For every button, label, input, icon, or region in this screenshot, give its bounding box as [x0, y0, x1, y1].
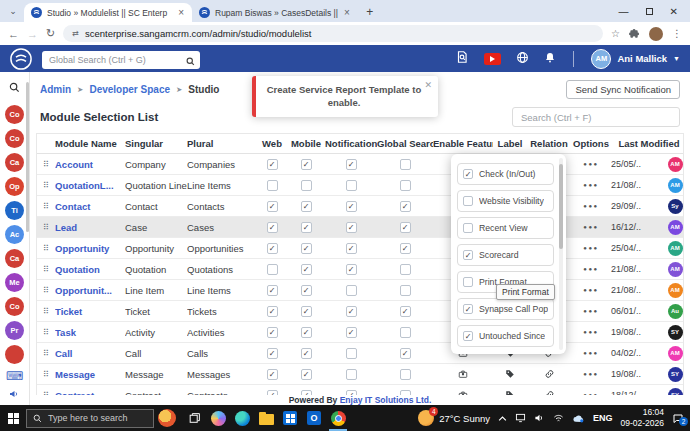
notification-checkbox[interactable] [346, 306, 357, 317]
drag-handle-icon[interactable]: ⠿ [37, 202, 55, 211]
web-checkbox[interactable] [267, 180, 278, 191]
feature-checkbox[interactable] [463, 250, 473, 260]
options-menu-icon[interactable]: ●●● [571, 182, 611, 188]
language-indicator[interactable]: ENG [593, 413, 613, 423]
notification-checkbox[interactable] [346, 285, 357, 296]
tab-close-icon[interactable]: × [343, 7, 351, 18]
notification-checkbox[interactable] [346, 159, 357, 170]
module-name-link[interactable]: Ticket [55, 306, 125, 317]
table-search-input[interactable] [512, 107, 680, 127]
sidebar-module-icon[interactable]: Co [5, 297, 24, 316]
module-name-link[interactable]: Contact [55, 201, 125, 212]
web-checkbox[interactable] [267, 369, 278, 380]
module-name-link[interactable]: Lead [55, 222, 125, 233]
tray-volume-icon[interactable] [534, 413, 545, 423]
tray-chevron-up-icon[interactable] [498, 415, 507, 422]
drag-handle-icon[interactable]: ⠿ [37, 349, 55, 358]
web-checkbox[interactable] [267, 243, 278, 254]
notification-checkbox[interactable] [346, 222, 357, 233]
table-row[interactable]: ⠿ Lead Case Cases ●●● 16/12/.. AM [37, 217, 683, 238]
url-field[interactable]: ⇄ scenterprise.sangamcrm.com/admin/studi… [63, 25, 603, 42]
options-menu-icon[interactable]: ●●● [571, 350, 611, 356]
relation-icon[interactable] [527, 369, 571, 379]
global-search-checkbox[interactable] [400, 159, 411, 170]
send-sync-notification-button[interactable]: Send Sync Notification [566, 80, 680, 99]
close-icon[interactable]: ✕ [670, 6, 678, 17]
label-icon[interactable] [493, 369, 527, 379]
mobile-checkbox[interactable] [301, 159, 312, 170]
feature-option[interactable]: Website Visibility [457, 190, 554, 212]
back-icon[interactable]: ← [8, 28, 19, 40]
global-search-checkbox[interactable] [400, 264, 411, 275]
drag-handle-icon[interactable]: ⠿ [37, 307, 55, 316]
breadcrumb-developer-space[interactable]: Developer Space [89, 84, 170, 95]
breadcrumb-admin[interactable]: Admin [40, 84, 71, 95]
sidebar-module-icon[interactable]: Op [5, 177, 24, 196]
table-row[interactable]: ⠿ Message Message Messages ●●● 19/08/.. … [37, 364, 683, 385]
keyboard-icon[interactable]: ⌨ [6, 369, 23, 383]
options-menu-icon[interactable]: ●●● [571, 371, 611, 377]
tab-close-icon[interactable]: × [177, 7, 185, 18]
web-checkbox[interactable] [267, 348, 278, 359]
notification-center-icon[interactable]: 2 [672, 413, 684, 424]
taskbar-search-box[interactable]: Type here to search [26, 409, 154, 428]
feature-checkbox[interactable] [463, 304, 473, 314]
tray-network-icon[interactable] [553, 413, 564, 423]
web-checkbox[interactable] [267, 285, 278, 296]
start-button[interactable] [0, 405, 26, 431]
drag-handle-icon[interactable]: ⠿ [37, 265, 55, 274]
module-name-link[interactable]: QuotationL... [55, 180, 125, 191]
report-preview-icon[interactable] [455, 50, 469, 68]
task-view-icon[interactable] [182, 405, 206, 431]
clock[interactable]: 16:04 09-02-2026 [621, 407, 664, 428]
table-row[interactable]: ⠿ Ticket Ticket Tickets ●●● 06/01/.. Au [37, 301, 683, 322]
table-row[interactable]: ⠿ Opportunit... Line Item Line Items ●●●… [37, 280, 683, 301]
mobile-checkbox[interactable] [301, 180, 312, 191]
bell-icon[interactable] [544, 50, 556, 68]
module-name-link[interactable]: Message [55, 369, 125, 380]
table-row[interactable]: ⠿ Task Activity Activities ●●● 19/08/.. … [37, 322, 683, 343]
microsoft-store-icon[interactable] [278, 405, 302, 431]
notification-checkbox[interactable] [346, 348, 357, 359]
global-search-checkbox[interactable] [400, 222, 411, 233]
table-row[interactable]: ⠿ QuotationL... Quotation Line ... Line … [37, 175, 683, 196]
mobile-checkbox[interactable] [301, 369, 312, 380]
feature-checkbox[interactable] [463, 331, 473, 341]
module-name-link[interactable]: Call [55, 348, 125, 359]
enable-features-icon[interactable] [433, 369, 493, 379]
options-menu-icon[interactable]: ●●● [571, 224, 611, 230]
drag-handle-icon[interactable]: ⠿ [37, 286, 55, 295]
feature-option[interactable]: Recent View [457, 217, 554, 239]
drag-handle-icon[interactable]: ⠿ [37, 181, 55, 190]
extensions-icon[interactable] [629, 25, 640, 43]
module-name-link[interactable]: Task [55, 327, 125, 338]
feature-option[interactable]: Untouched Since [457, 325, 554, 347]
options-menu-icon[interactable]: ●●● [571, 161, 611, 167]
web-checkbox[interactable] [267, 201, 278, 212]
table-row[interactable]: ⠿ Contact Contact Contacts ●●● 29/09/.. … [37, 196, 683, 217]
mobile-checkbox[interactable] [301, 243, 312, 254]
browser-menu-icon[interactable]: ⋮ [672, 28, 682, 39]
global-search-checkbox[interactable] [400, 243, 411, 254]
table-row[interactable]: ⠿ Quotation Quotation Quotations ●●● 21/… [37, 259, 683, 280]
browser-tab-active[interactable]: Studio » Modulelist || SC Enterp × [24, 3, 192, 22]
options-menu-icon[interactable]: ●●● [571, 245, 611, 251]
mobile-checkbox[interactable] [301, 306, 312, 317]
options-menu-icon[interactable]: ●●● [571, 287, 611, 293]
global-search-checkbox[interactable] [400, 180, 411, 191]
sidebar-module-icon[interactable]: Me [5, 273, 24, 292]
sidebar-module-icon[interactable]: Ca [5, 249, 24, 268]
feature-checkbox[interactable] [463, 277, 473, 287]
sidebar-module-icon[interactable]: Ca [5, 153, 24, 172]
new-tab-button[interactable]: + [362, 4, 378, 20]
options-menu-icon[interactable]: ●●● [571, 203, 611, 209]
browser-tab-inactive[interactable]: Rupam Biswas » CasesDetails || × [192, 3, 358, 22]
options-menu-icon[interactable]: ●●● [571, 308, 611, 314]
forward-icon[interactable]: → [27, 28, 38, 40]
global-search-input[interactable] [42, 51, 200, 69]
web-checkbox[interactable] [267, 264, 278, 275]
sidebar-module-icon[interactable] [5, 345, 24, 364]
options-menu-icon[interactable]: ●●● [571, 266, 611, 272]
user-menu[interactable]: AM Ani Mallick ▼ [591, 49, 680, 69]
module-name-link[interactable]: Opportunity [55, 243, 125, 254]
